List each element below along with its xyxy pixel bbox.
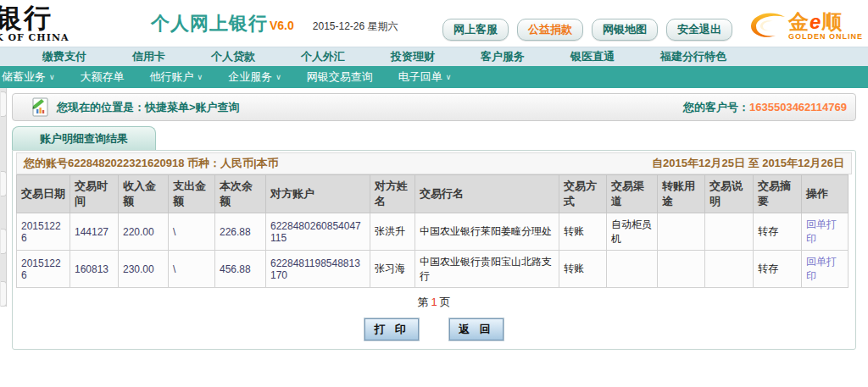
nav-item-bank-medical[interactable]: 银医直通 xyxy=(570,49,615,64)
chevron-down-icon: ∨ xyxy=(49,73,55,81)
nav-item-large-deposit[interactable]: 大额存单 xyxy=(81,69,125,85)
cell-summary: 转存 xyxy=(754,251,802,288)
date-label: 2015-12-26 星期六 xyxy=(313,19,398,34)
cell-summary: 转存 xyxy=(754,213,802,251)
header-bank-name: 交易行名 xyxy=(415,175,559,213)
nav-item-customer-service[interactable]: 客户服务 xyxy=(481,49,525,64)
ebank-map-button[interactable]: 网银地图 xyxy=(592,19,658,41)
chevron-down-icon: ∨ xyxy=(446,73,452,81)
cell-note xyxy=(705,251,754,288)
charity-donation-button[interactable]: 公益捐款 xyxy=(517,19,583,41)
nav-item-electronic-receipt[interactable]: 电子回单∨ xyxy=(398,69,452,85)
cell-trade-date: 20151226 xyxy=(17,213,70,251)
nav-item-savings[interactable]: 储蓄业务∨ xyxy=(2,69,55,85)
cell-note xyxy=(705,213,754,251)
collapsed-sidebar-strip xyxy=(0,88,7,307)
primary-nav: 缴费支付 信用卡 个人贷款 个人外汇 投资理财 客户服务 银医直通 福建分行特色 xyxy=(0,47,868,66)
customer-number-value: 1635503462114769 xyxy=(749,101,847,113)
content-area: 您现在的位置是：快捷菜单>账户查询 您的客户号：1635503462114769… xyxy=(0,88,868,350)
page-number: 1 xyxy=(428,296,439,308)
location-document-icon xyxy=(31,97,50,118)
table-header-row: 交易日期 交易时间 收入金额 支出金额 本次余额 对方账户 对方姓名 交易行名 … xyxy=(17,175,849,213)
sidebar-handle[interactable] xyxy=(1,229,7,254)
cell-trade-date: 20151226 xyxy=(17,251,70,288)
header-buttons: 网上客服 公益捐款 网银地图 安全退出 xyxy=(442,19,732,41)
safe-logout-button[interactable]: 安全退出 xyxy=(666,19,732,41)
nav-item-personal-loan[interactable]: 个人贷款 xyxy=(211,49,255,64)
results-section: 账户明细查询结果 您的账号6228482022321620918 币种：人民币|… xyxy=(12,126,856,350)
cell-trade-time: 160813 xyxy=(70,251,119,288)
bank-logo: 银行 K OF CHINA xyxy=(0,4,139,42)
pagination: 第1页 xyxy=(16,295,852,310)
swoosh-icon xyxy=(748,11,788,41)
bank-logo-subtext: K OF CHINA xyxy=(0,33,139,42)
cell-balance: 456.88 xyxy=(215,251,266,288)
header-trade-note: 交易说明 xyxy=(705,175,754,213)
bank-logo-text: 银行 xyxy=(0,4,139,31)
cell-bank-name: 中国农业银行莱阳姜疃分理处 xyxy=(415,213,559,251)
header-expense-amount: 支出金额 xyxy=(169,175,215,213)
cell-balance: 226.88 xyxy=(215,213,266,251)
cell-counter-account: 6228480260854047115 xyxy=(266,213,370,251)
receipt-print-link[interactable]: 回单打印 xyxy=(806,256,837,282)
top-header: 银行 K OF CHINA 个人网上银行 V6.0 2015-12-26 星期六… xyxy=(0,0,868,47)
table-row: 20151226 144127 220.00 \ 226.88 62284802… xyxy=(17,213,849,251)
product-title: 个人网上银行 xyxy=(151,11,268,36)
cell-operation: 回单打印 xyxy=(802,213,849,251)
nav-item-credit-card[interactable]: 信用卡 xyxy=(132,49,165,64)
breadcrumb-text: 您现在的位置是：快捷菜单>账户查询 xyxy=(57,100,240,115)
cell-method: 转账 xyxy=(559,251,607,288)
header-trade-date: 交易日期 xyxy=(17,175,70,213)
nav-item-payment[interactable]: 缴费支付 xyxy=(42,49,86,64)
chevron-down-icon: ∨ xyxy=(275,73,281,81)
results-panel: 您的账号6228482022321620918 币种：人民币|本币 自2015年… xyxy=(12,150,856,350)
tab-account-detail-results[interactable]: 账户明细查询结果 xyxy=(12,126,156,150)
account-info-bar: 您的账号6228482022321620918 币种：人民币|本币 自2015年… xyxy=(16,152,852,174)
header-transfer-purpose: 转账用途 xyxy=(658,175,705,213)
cell-bank-name: 中国农业银行贵阳宝山北路支行 xyxy=(415,251,559,288)
header-operation: 操作 xyxy=(802,175,849,213)
brand-subtitle: GOLDEN ONLINE xyxy=(788,33,863,41)
nav-item-ebank-transaction-query[interactable]: 网银交易查询 xyxy=(307,69,373,85)
footer-buttons: 打 印 返 回 xyxy=(16,318,852,340)
header-trade-time: 交易时间 xyxy=(70,175,119,213)
nav-item-fujian-branch[interactable]: 福建分行特色 xyxy=(660,49,726,64)
header-trade-method: 交易方式 xyxy=(559,175,607,213)
product-title-block: 个人网上银行 V6.0 2015-12-26 星期六 xyxy=(151,11,398,36)
back-button[interactable]: 返 回 xyxy=(449,318,504,340)
customer-number-block: 您的客户号：1635503462114769 xyxy=(683,100,847,115)
nav-item-other-bank-account[interactable]: 他行账户∨ xyxy=(150,69,203,85)
cell-counter-account: 6228481198548813170 xyxy=(266,251,370,288)
print-button[interactable]: 打 印 xyxy=(364,318,419,340)
sidebar-handle[interactable] xyxy=(1,281,7,307)
header-trade-channel: 交易渠道 xyxy=(607,175,658,213)
nav-item-corporate-service[interactable]: 企业服务∨ xyxy=(228,69,281,85)
cell-expense: \ xyxy=(169,251,215,288)
cell-counter-name: 张洪升 xyxy=(370,213,415,251)
cell-income: 220.00 xyxy=(119,213,169,251)
online-service-button[interactable]: 网上客服 xyxy=(442,19,509,41)
header-counter-name: 对方姓名 xyxy=(370,175,415,213)
chevron-down-icon: ∨ xyxy=(198,73,203,81)
header-counter-account: 对方账户 xyxy=(266,175,370,213)
sidebar-handle[interactable] xyxy=(1,91,7,117)
sidebar-handle[interactable] xyxy=(1,171,7,196)
version-label: V6.0 xyxy=(270,19,294,32)
cell-income: 230.00 xyxy=(119,251,169,288)
customer-number-label: 您的客户号： xyxy=(683,101,749,113)
golden-online-logo: 金e顺 GOLDEN ONLINE xyxy=(748,11,863,41)
account-number-text: 您的账号6228482022321620918 币种：人民币|本币 xyxy=(24,156,279,171)
breadcrumb-bar: 您现在的位置是：快捷菜单>账户查询 您的客户号：1635503462114769 xyxy=(12,93,856,121)
receipt-print-link[interactable]: 回单打印 xyxy=(806,218,837,245)
cell-expense: \ xyxy=(169,213,215,251)
cell-trade-time: 144127 xyxy=(70,213,119,251)
cell-purpose xyxy=(658,251,705,288)
nav-item-investment[interactable]: 投资理财 xyxy=(391,49,435,64)
header-balance: 本次余额 xyxy=(215,175,266,213)
secondary-nav: 储蓄业务∨ 大额存单 他行账户∨ 企业服务∨ 网银交易查询 电子回单∨ xyxy=(0,66,868,88)
nav-item-personal-forex[interactable]: 个人外汇 xyxy=(301,49,345,64)
cell-channel: 自动柜员机 xyxy=(607,213,658,251)
cell-method: 转账 xyxy=(559,213,607,251)
date-range-text: 自2015年12月25日 至 2015年12月26日 xyxy=(652,156,844,171)
header-income-amount: 收入金额 xyxy=(119,175,169,213)
